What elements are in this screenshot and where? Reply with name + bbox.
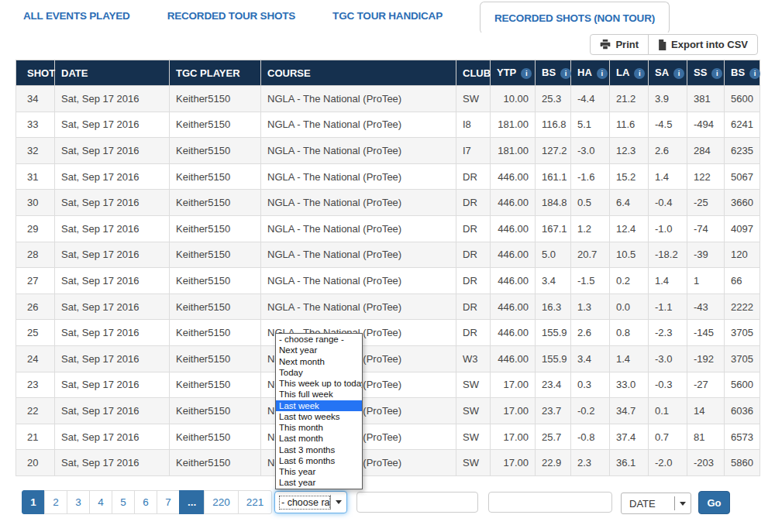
table-cell: 3.4	[571, 345, 610, 372]
table-row: 33Sat, Sep 17 2016Keither5150NGLA - The …	[16, 112, 760, 138]
print-icon	[600, 39, 611, 50]
table-cell: -0.8	[571, 424, 610, 450]
info-icon[interactable]: i	[634, 68, 645, 79]
dropdown-option-choose-range[interactable]: - choose range -	[276, 334, 362, 345]
column-header-ytp: YTPi	[491, 60, 536, 86]
table-cell: Sat, Sep 17 2016	[55, 293, 170, 320]
table-cell: 30	[16, 190, 55, 216]
page-button-1[interactable]: 1	[22, 490, 45, 514]
export-csv-button[interactable]: Export into CSV	[648, 35, 757, 54]
tab-recorded-tour-shots[interactable]: RECORDED TOUR SHOTS	[167, 0, 295, 29]
chevron-down-icon	[330, 495, 346, 510]
table-row: 29Sat, Sep 17 2016Keither5150NGLA - The …	[16, 215, 760, 242]
info-icon[interactable]: i	[711, 68, 722, 79]
dropdown-option-last-month[interactable]: Last month	[276, 433, 362, 444]
page-button-7[interactable]: 7	[157, 490, 180, 514]
table-cell: 10.00	[491, 86, 536, 112]
dropdown-option-next-year[interactable]: Next year	[276, 345, 362, 355]
page-button-5[interactable]: 5	[112, 490, 135, 514]
date-range-select[interactable]: - choose range -	[274, 491, 347, 513]
table-cell: 3705	[725, 345, 760, 372]
table-cell: Sat, Sep 17 2016	[55, 86, 170, 112]
table-cell: Keither5150	[170, 86, 261, 112]
column-header-label: TGC PLAYER	[176, 67, 240, 79]
search-input-1[interactable]	[356, 492, 478, 513]
info-icon[interactable]: i	[560, 68, 571, 79]
table-cell: 6.4	[610, 190, 649, 216]
table-cell: -27	[687, 372, 725, 398]
table-cell: 5600	[725, 86, 760, 112]
table-cell: 161.1	[536, 163, 571, 190]
dropdown-option-this-month[interactable]: This month	[276, 422, 362, 433]
search-input-2[interactable]	[488, 492, 612, 513]
table-cell: 5.1	[571, 112, 610, 138]
dropdown-option-last-6-months[interactable]: Last 6 months	[276, 455, 362, 466]
table-cell: 2.3	[571, 450, 610, 476]
dropdown-option-last-two-weeks[interactable]: Last two weeks	[276, 411, 362, 422]
tab-tgc-tour-handicap[interactable]: TGC TOUR HANDICAP	[332, 0, 443, 29]
table-cell: NGLA - The National (ProTee)	[261, 190, 456, 216]
table-cell: -1.6	[571, 163, 610, 190]
dropdown-option-today[interactable]: Today	[276, 367, 362, 378]
dropdown-option-this-week-up-to-today[interactable]: This week up to today	[276, 378, 362, 389]
print-button[interactable]: Print	[591, 35, 648, 54]
table-cell: 22	[16, 398, 55, 424]
dropdown-option-last-year[interactable]: Last year	[276, 477, 362, 488]
table-cell: 0.0	[610, 293, 649, 320]
table-cell: NGLA - The National (ProTee)	[261, 293, 456, 320]
table-cell: 5067	[725, 163, 760, 190]
sort-column-select[interactable]: DATE	[621, 493, 691, 514]
shots-table: SHOTDATETGC PLAYERCOURSECLUBYTPiBSiHAiLA…	[16, 60, 760, 476]
toolbar: Print Export into CSV	[0, 34, 775, 60]
column-header-label: YTP	[497, 67, 516, 78]
table-cell: 184.8	[536, 190, 571, 216]
table-cell: -3.0	[571, 138, 610, 164]
table-cell: 16.3	[536, 293, 571, 320]
table-cell: 23	[16, 372, 55, 398]
table-cell: 66	[725, 268, 760, 294]
dropdown-option-last-week[interactable]: Last week	[276, 400, 362, 411]
table-cell: 33.0	[610, 372, 649, 398]
table-cell: -145	[687, 320, 725, 346]
info-icon[interactable]: i	[673, 68, 684, 79]
go-button[interactable]: Go	[698, 491, 730, 514]
table-cell: 446.00	[491, 215, 536, 242]
table-cell: W3	[456, 345, 491, 372]
table-cell: 24	[16, 345, 55, 372]
table-cell: Keither5150	[170, 293, 261, 320]
column-header-label: COURSE	[267, 67, 311, 79]
tab-all-events-played[interactable]: ALL EVENTS PLAYED	[23, 0, 130, 29]
table-cell: 25.7	[536, 424, 571, 450]
page-button-2[interactable]: 2	[44, 490, 67, 514]
dropdown-option-last-3-months[interactable]: Last 3 months	[276, 444, 362, 455]
page-button-3[interactable]: 3	[67, 490, 90, 514]
table-cell: Sat, Sep 17 2016	[55, 163, 170, 190]
table-cell: 17.00	[491, 398, 536, 424]
info-icon[interactable]: i	[521, 68, 532, 79]
table-cell: -4.4	[571, 86, 610, 112]
dropdown-option-this-full-week[interactable]: This full week	[276, 389, 362, 400]
table-cell: 1.2	[571, 215, 610, 242]
page-button-220[interactable]: 220	[204, 490, 239, 514]
page-button-[interactable]: ...	[179, 490, 205, 514]
page-button-221[interactable]: 221	[238, 490, 273, 514]
tab-recorded-shots-non-tour[interactable]: RECORDED SHOTS (NON TOUR)	[480, 2, 670, 34]
tab-bar: ALL EVENTS PLAYEDRECORDED TOUR SHOTSTGC …	[0, 0, 775, 34]
page-button-4[interactable]: 4	[89, 490, 112, 514]
info-icon[interactable]: i	[749, 68, 760, 79]
table-cell: 446.00	[491, 190, 536, 216]
table-row: 27Sat, Sep 17 2016Keither5150NGLA - The …	[16, 268, 760, 294]
table-cell: -0.3	[649, 372, 687, 398]
page-button-6[interactable]: 6	[134, 490, 157, 514]
table-cell: NGLA - The National (ProTee)	[261, 163, 456, 190]
column-header-label: CLUB	[463, 67, 491, 79]
dropdown-option-this-year[interactable]: This year	[276, 466, 362, 477]
column-header-date: DATE	[55, 60, 170, 86]
table-cell: 34.7	[610, 398, 649, 424]
table-cell: -74	[687, 215, 725, 242]
table-cell: 10.5	[610, 242, 649, 268]
info-icon[interactable]: i	[597, 68, 608, 79]
dropdown-option-next-month[interactable]: Next month	[276, 356, 362, 367]
table-cell: 17.00	[491, 450, 536, 476]
table-cell: DR	[456, 163, 491, 190]
